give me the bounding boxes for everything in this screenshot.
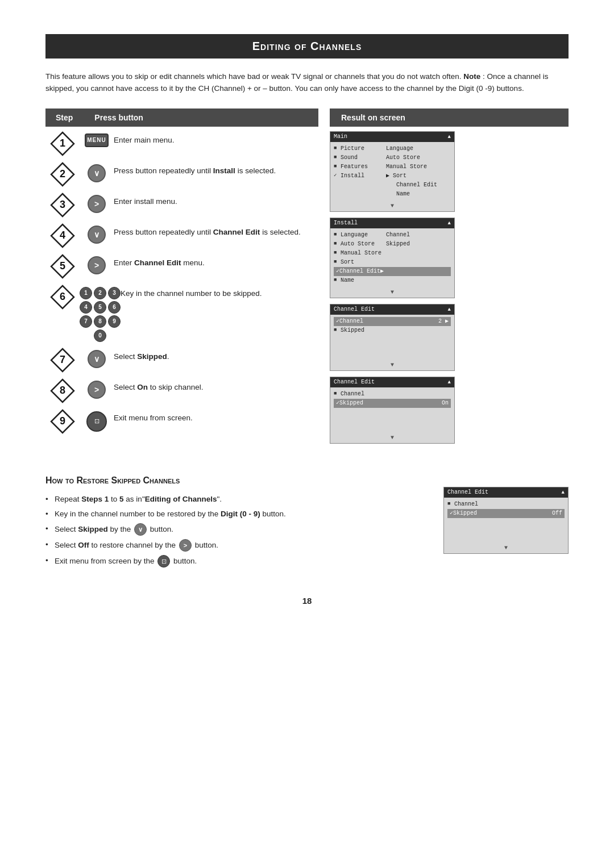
step-btn-8: >: [80, 378, 114, 399]
tv-row: ■Skipped: [334, 326, 451, 335]
tv-row: ■SoundAuto Store: [334, 153, 451, 162]
screen-title-channel-edit-1: Channel Edit ▲: [330, 304, 454, 315]
step-right-col: Result on screen Main ▲ ■PictureLanguage…: [318, 108, 569, 449]
step-num-6: 6: [45, 285, 80, 310]
step-num-4: 4: [45, 223, 80, 248]
inline-exit-button: ⊡: [157, 555, 170, 567]
step-desc-6: Key in the channel number to be skipped.: [121, 285, 318, 299]
inline-chevron-down: ∨: [134, 523, 147, 536]
step-btn-6: 1 2 3 4 5 6 7 8 9 0: [80, 285, 121, 342]
menu-button: MENU: [85, 133, 109, 147]
screen-restore: Channel Edit ▲ ■Channel ✓SkippedOff ▼: [443, 487, 569, 554]
press-col-header: Press button: [83, 108, 318, 127]
screen-body-main: ■PictureLanguage ■SoundAuto Store ■Featu…: [330, 142, 454, 201]
step-row-1: 1 MENU Enter main menu.: [45, 131, 318, 156]
tv-row: ■PictureLanguage: [334, 144, 451, 153]
chevron-down-button-7: ∨: [88, 350, 106, 368]
step-desc-8: Select On to skip channel.: [114, 378, 318, 393]
list-item: Select Off to restore channel by the > b…: [45, 539, 426, 552]
step-btn-5: >: [80, 254, 114, 274]
step-desc-7: Select Skipped.: [114, 348, 318, 362]
page-number: 18: [45, 596, 569, 606]
chevron-right-button-3: >: [88, 195, 106, 213]
tv-row: ■Auto StoreSkipped: [334, 240, 451, 249]
step-desc-2: Press button repeatedly until Install is…: [114, 162, 318, 177]
digit-3: 3: [108, 287, 121, 299]
step-row-4: 4 ∨ Press button repeatedly until Channe…: [45, 223, 318, 248]
exit-button-9: ⊡: [86, 411, 107, 432]
tv-row: ■Manual Store: [334, 249, 451, 258]
step-row-7: 7 ∨ Select Skipped.: [45, 348, 318, 373]
screen-title-main: Main ▲: [330, 132, 454, 142]
restore-section: How to Restore Skipped Channels Repeat S…: [45, 470, 569, 579]
step-btn-4: ∨: [80, 223, 114, 244]
step-num-9: 9: [45, 409, 80, 434]
step-row-3: 3 > Enter install menu.: [45, 193, 318, 218]
step-table: Step Press button 1 MENU Enter main menu…: [45, 108, 569, 449]
screen-install-menu: Install ▲ ■LanguageChannel ■Auto StoreSk…: [330, 218, 455, 298]
page-title-bar: Editing of Channels: [45, 34, 569, 59]
diamond-8: 8: [50, 378, 75, 403]
step-num-7: 7: [45, 348, 80, 373]
step-desc-5: Enter Channel Edit menu.: [114, 254, 318, 269]
tv-row: ■Name: [334, 276, 451, 285]
step-num-5: 5: [45, 254, 80, 279]
screen-title-channel-edit-2: Channel Edit ▲: [330, 377, 454, 387]
step-col-header: Step: [45, 108, 83, 127]
tv-highlighted-row: ✓SkippedOff: [447, 509, 565, 518]
digit-0: 0: [94, 329, 106, 342]
chevron-right-button-5: >: [88, 256, 106, 274]
screen-arrow-down: ▼: [330, 360, 454, 370]
step-row-5: 5 > Enter Channel Edit menu.: [45, 254, 318, 279]
digit-8: 8: [94, 315, 106, 328]
screen-channel-edit-1: Channel Edit ▲ ✓Channel2 ▶ ■Skipped ▼: [330, 304, 455, 371]
diamond-3: 3: [50, 193, 75, 218]
list-item: Exit menu from screen by the ⊡ button.: [45, 555, 426, 567]
diamond-7: 7: [50, 348, 75, 373]
restore-section-title: How to Restore Skipped Channels: [45, 475, 426, 486]
step-btn-2: ∨: [80, 162, 114, 182]
screen-body-channel-edit-2: ■Channel ✓SkippedOn: [330, 387, 454, 433]
diamond-1: 1: [50, 131, 75, 156]
step-btn-1: MENU: [80, 131, 114, 147]
list-item: Select Skipped by the ∨ button.: [45, 523, 426, 536]
step-row-2: 2 ∨ Press button repeatedly until Instal…: [45, 162, 318, 187]
step-num-1: 1: [45, 131, 80, 156]
step-row-8: 8 > Select On to skip channel.: [45, 378, 318, 403]
tv-row: ■Channel: [447, 500, 565, 509]
tv-row: ■Sort: [334, 258, 451, 267]
result-col-header: Result on screen: [330, 108, 569, 127]
screen-title-restore: Channel Edit ▲: [444, 487, 568, 498]
diamond-4: 4: [50, 223, 75, 248]
step-desc-1: Enter main menu.: [114, 131, 318, 146]
digit-5: 5: [94, 301, 106, 314]
digit-1: 1: [80, 287, 92, 299]
digit-6: 6: [108, 301, 121, 314]
tv-row: Channel Edit: [334, 181, 451, 190]
screen-arrow-down: ▼: [330, 433, 454, 443]
restore-title-text: How to Restore Skipped Channels: [45, 475, 180, 485]
page-title: Editing of Channels: [57, 40, 557, 53]
step-num-2: 2: [45, 162, 80, 187]
restore-list: Repeat Steps 1 to 5 as in"Editing of Cha…: [45, 494, 426, 568]
step-num-8: 8: [45, 378, 80, 403]
diamond-5: 5: [50, 254, 75, 279]
diamond-9: 9: [50, 409, 75, 434]
tv-row: ✓Install▶ Sort: [334, 172, 451, 181]
tv-row: ■LanguageChannel: [334, 231, 451, 240]
digit-grid: 1 2 3 4 5 6 7 8 9 0: [80, 287, 121, 342]
step-btn-9: ⊡: [80, 409, 114, 432]
inline-chevron-right: >: [179, 539, 192, 552]
tv-row: Name: [334, 190, 451, 199]
screen-arrow-down: ▼: [330, 287, 454, 298]
screen-arrow-down: ▼: [444, 543, 568, 553]
screen-arrow-down: ▼: [330, 201, 454, 211]
diamond-2: 2: [50, 162, 75, 187]
step-desc-4: Press button repeatedly until Channel Ed…: [114, 223, 318, 238]
step-row-9: 9 ⊡ Exit menu from screen.: [45, 409, 318, 434]
tv-row: ■FeaturesManual Store: [334, 162, 451, 172]
screen-main-menu: Main ▲ ■PictureLanguage ■SoundAuto Store…: [330, 131, 455, 212]
tv-highlighted-row: ✓Channel2 ▶: [334, 317, 451, 326]
step-header-row: Step Press button: [45, 108, 318, 127]
step-btn-7: ∨: [80, 348, 114, 368]
